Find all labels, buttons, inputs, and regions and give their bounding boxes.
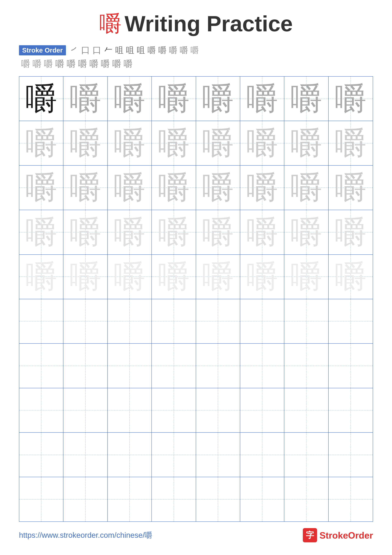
grid-cell-3-3[interactable]: 嚼 — [108, 166, 152, 210]
grid-cell-9-2[interactable] — [64, 433, 107, 477]
practice-char: 嚼 — [158, 83, 190, 115]
practice-char: 嚼 — [246, 216, 278, 248]
stroke-14: 嚼 — [33, 58, 42, 70]
grid-cell-4-4[interactable]: 嚼 — [152, 210, 196, 254]
grid-cell-1-7[interactable]: 嚼 — [284, 77, 328, 121]
grid-cell-1-1[interactable]: 嚼 — [19, 77, 64, 121]
grid-cell-10-1[interactable] — [19, 477, 64, 521]
grid-cell-7-3[interactable] — [108, 344, 152, 388]
grid-cell-3-7[interactable]: 嚼 — [284, 166, 328, 210]
grid-cell-10-3[interactable] — [108, 477, 152, 521]
grid-cell-3-6[interactable]: 嚼 — [240, 166, 284, 210]
grid-cell-2-2[interactable]: 嚼 — [64, 121, 107, 165]
grid-cell-3-4[interactable]: 嚼 — [152, 166, 196, 210]
grid-cell-8-8[interactable] — [328, 388, 373, 432]
grid-cell-2-3[interactable]: 嚼 — [108, 121, 152, 165]
grid-cell-2-6[interactable]: 嚼 — [240, 121, 284, 165]
grid-cell-1-8[interactable]: 嚼 — [328, 77, 373, 121]
grid-cell-1-2[interactable]: 嚼 — [64, 77, 107, 121]
stroke-9: 嚼 — [158, 45, 166, 56]
footer-url[interactable]: https://www.strokeorder.com/chinese/嚼 — [19, 530, 152, 540]
grid-cell-8-6[interactable] — [240, 388, 284, 432]
grid-cell-9-1[interactable] — [19, 433, 64, 477]
grid-cell-7-1[interactable] — [19, 344, 64, 388]
grid-cell-8-2[interactable] — [64, 388, 107, 432]
grid-cell-7-2[interactable] — [64, 344, 107, 388]
grid-cell-9-5[interactable] — [196, 433, 240, 477]
stroke-10: 嚼 — [169, 45, 177, 56]
grid-cell-9-4[interactable] — [152, 433, 196, 477]
grid-cell-4-6[interactable]: 嚼 — [240, 210, 284, 254]
grid-cell-10-2[interactable] — [64, 477, 107, 521]
grid-cell-4-7[interactable]: 嚼 — [284, 210, 328, 254]
grid-cell-10-4[interactable] — [152, 477, 196, 521]
grid-cell-10-8[interactable] — [328, 477, 373, 521]
grid-cell-6-5[interactable] — [196, 299, 240, 343]
grid-cell-9-8[interactable] — [328, 433, 373, 477]
grid-cell-3-2[interactable]: 嚼 — [64, 166, 107, 210]
grid-cell-7-6[interactable] — [240, 344, 284, 388]
grid-cell-5-8[interactable]: 嚼 — [328, 255, 373, 299]
stroke-3: 口 — [93, 44, 101, 56]
grid-cell-6-4[interactable] — [152, 299, 196, 343]
grid-cell-8-4[interactable] — [152, 388, 196, 432]
grid-cell-9-6[interactable] — [240, 433, 284, 477]
grid-cell-7-8[interactable] — [328, 344, 373, 388]
grid-cell-6-8[interactable] — [328, 299, 373, 343]
grid-cell-1-3[interactable]: 嚼 — [108, 77, 152, 121]
grid-cell-10-7[interactable] — [284, 477, 328, 521]
grid-cell-2-5[interactable]: 嚼 — [196, 121, 240, 165]
practice-char: 嚼 — [335, 172, 366, 204]
stroke-4: 𠂉 — [104, 45, 113, 55]
grid-cell-6-2[interactable] — [64, 299, 107, 343]
grid-cell-1-4[interactable]: 嚼 — [152, 77, 196, 121]
grid-cell-2-4[interactable]: 嚼 — [152, 121, 196, 165]
grid-cell-5-1[interactable]: 嚼 — [19, 255, 64, 299]
grid-cell-9-3[interactable] — [108, 433, 152, 477]
grid-cell-5-4[interactable]: 嚼 — [152, 255, 196, 299]
grid-cell-5-5[interactable]: 嚼 — [196, 255, 240, 299]
title-text: Writing Practice — [125, 13, 293, 35]
grid-cell-8-5[interactable] — [196, 388, 240, 432]
grid-cell-6-7[interactable] — [284, 299, 328, 343]
grid-cell-2-1[interactable]: 嚼 — [19, 121, 64, 165]
practice-char: 嚼 — [25, 261, 57, 292]
grid-cell-4-8[interactable]: 嚼 — [328, 210, 373, 254]
stroke-11: 嚼 — [180, 45, 188, 56]
practice-char: 嚼 — [158, 261, 190, 292]
grid-cell-1-5[interactable]: 嚼 — [196, 77, 240, 121]
grid-cell-8-7[interactable] — [284, 388, 328, 432]
grid-cell-3-5[interactable]: 嚼 — [196, 166, 240, 210]
grid-cell-8-3[interactable] — [108, 388, 152, 432]
grid-cell-5-7[interactable]: 嚼 — [284, 255, 328, 299]
grid-cell-3-8[interactable]: 嚼 — [328, 166, 373, 210]
grid-cell-1-6[interactable]: 嚼 — [240, 77, 284, 121]
grid-cell-6-6[interactable] — [240, 299, 284, 343]
grid-cell-4-2[interactable]: 嚼 — [64, 210, 107, 254]
practice-char: 嚼 — [202, 83, 234, 115]
grid-cell-7-7[interactable] — [284, 344, 328, 388]
grid-row-8 — [19, 388, 373, 433]
grid-cell-4-5[interactable]: 嚼 — [196, 210, 240, 254]
grid-cell-3-1[interactable]: 嚼 — [19, 166, 64, 210]
grid-cell-2-8[interactable]: 嚼 — [328, 121, 373, 165]
grid-cell-5-6[interactable]: 嚼 — [240, 255, 284, 299]
practice-char: 嚼 — [202, 216, 234, 248]
grid-cell-9-7[interactable] — [284, 433, 328, 477]
grid-row-3: 嚼 嚼 嚼 嚼 嚼 嚼 嚼 嚼 — [19, 166, 373, 210]
practice-char: 嚼 — [291, 83, 322, 115]
grid-cell-6-3[interactable] — [108, 299, 152, 343]
grid-cell-5-3[interactable]: 嚼 — [108, 255, 152, 299]
stroke-5: 咀 — [115, 45, 123, 56]
grid-cell-2-7[interactable]: 嚼 — [284, 121, 328, 165]
grid-cell-10-5[interactable] — [196, 477, 240, 521]
grid-cell-4-1[interactable]: 嚼 — [19, 210, 64, 254]
grid-cell-7-5[interactable] — [196, 344, 240, 388]
grid-cell-8-1[interactable] — [19, 388, 64, 432]
grid-cell-10-6[interactable] — [240, 477, 284, 521]
grid-cell-4-3[interactable]: 嚼 — [108, 210, 152, 254]
practice-char: 嚼 — [114, 172, 145, 204]
grid-cell-7-4[interactable] — [152, 344, 196, 388]
grid-cell-6-1[interactable] — [19, 299, 64, 343]
grid-cell-5-2[interactable]: 嚼 — [64, 255, 107, 299]
